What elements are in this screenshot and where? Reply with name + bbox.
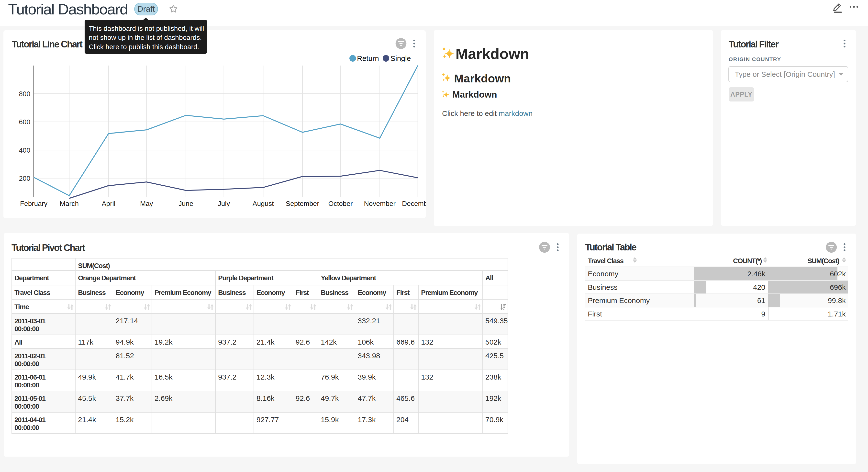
svg-text:December: December	[402, 200, 426, 207]
svg-text:600: 600	[19, 118, 30, 126]
svg-text:800: 800	[19, 90, 30, 97]
svg-text:May: May	[140, 200, 153, 207]
svg-text:200: 200	[19, 175, 30, 182]
svg-text:March: March	[60, 200, 79, 207]
svg-text:February: February	[20, 200, 48, 207]
svg-text:September: September	[286, 200, 319, 207]
svg-text:April: April	[102, 200, 115, 207]
svg-text:July: July	[218, 200, 230, 207]
svg-text:October: October	[329, 200, 353, 207]
svg-text:400: 400	[19, 147, 30, 154]
svg-text:August: August	[253, 200, 274, 207]
svg-text:November: November	[364, 200, 396, 207]
svg-text:June: June	[179, 200, 193, 207]
